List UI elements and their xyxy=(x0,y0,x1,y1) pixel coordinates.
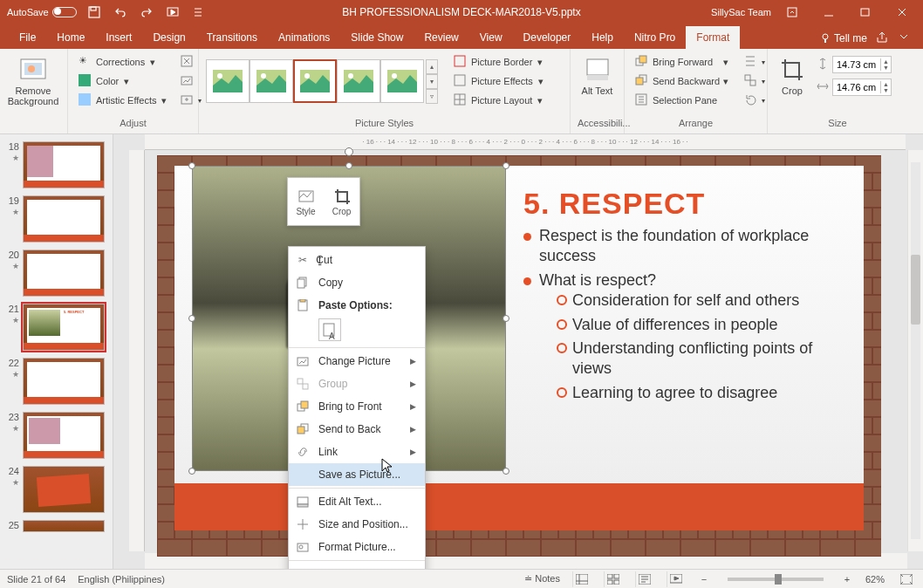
rotate-icon[interactable]: ▾ xyxy=(741,91,769,110)
height-input[interactable]: ▲▼ xyxy=(832,56,892,73)
share-icon[interactable] xyxy=(876,31,890,45)
slide-sorter-icon[interactable] xyxy=(604,571,623,587)
rotate-handle[interactable] xyxy=(345,147,353,156)
color-button[interactable]: Color▾ xyxy=(75,72,170,91)
tab-design[interactable]: Design xyxy=(142,26,195,49)
zoom-in-button[interactable]: + xyxy=(841,574,853,585)
mini-crop-button[interactable]: Crop xyxy=(324,178,359,225)
undo-icon[interactable] xyxy=(112,3,129,21)
zoom-out-button[interactable]: − xyxy=(698,574,710,585)
tab-home[interactable]: Home xyxy=(46,26,95,49)
tab-insert[interactable]: Insert xyxy=(95,26,142,49)
tab-file[interactable]: File xyxy=(9,26,46,49)
ctx-save-as-picture[interactable]: Save as Picture... xyxy=(289,463,425,486)
save-icon[interactable] xyxy=(85,3,103,21)
tab-animations[interactable]: Animations xyxy=(268,26,340,49)
zoom-level[interactable]: 62% xyxy=(865,574,885,585)
slide-footer-bar xyxy=(174,483,864,530)
resize-handle[interactable] xyxy=(345,162,352,169)
tab-view[interactable]: View xyxy=(469,26,513,49)
thumb-21[interactable]: 21★5. RESPECT xyxy=(0,300,113,354)
ctx-bring-to-front[interactable]: Bring to Front▶ xyxy=(289,395,425,418)
tab-developer[interactable]: Developer xyxy=(513,26,582,49)
send-backward-button[interactable]: Send Backward▾ xyxy=(632,72,732,91)
tab-nitro[interactable]: Nitro Pro xyxy=(624,26,686,49)
maximize-icon[interactable] xyxy=(850,2,881,23)
slide-counter[interactable]: Slide 21 of 64 xyxy=(7,574,65,585)
autosave-toggle[interactable]: AutoSave xyxy=(7,7,77,17)
picture-style-4[interactable] xyxy=(337,59,380,103)
ctx-cut[interactable]: ✂t Cut xyxy=(289,249,425,271)
remove-background-button[interactable]: Remove Background xyxy=(7,52,59,106)
ctx-paste-label: Paste Options: xyxy=(289,294,425,317)
tab-help[interactable]: Help xyxy=(581,26,624,49)
slide-canvas[interactable]: 5. RESPECT Respect is the foundation of … xyxy=(157,155,881,557)
crop-button[interactable]: Crop xyxy=(775,52,810,96)
chevron-down-icon[interactable] xyxy=(899,31,913,45)
artistic-effects-button[interactable]: Artistic Effects▾ xyxy=(75,91,170,110)
normal-view-icon[interactable] xyxy=(572,571,591,587)
align-icon[interactable]: ▾ xyxy=(741,52,769,72)
thumb-22[interactable]: 22★ xyxy=(0,354,113,408)
picture-style-5[interactable] xyxy=(380,59,424,103)
thumb-23[interactable]: 23★ xyxy=(0,408,113,462)
notes-button[interactable]: ≐ Notes xyxy=(524,573,560,585)
slide-text[interactable]: 5. RESPECT Respect is the foundation of … xyxy=(523,187,846,407)
resize-handle[interactable] xyxy=(188,315,195,322)
zoom-slider[interactable] xyxy=(728,578,824,581)
ctx-format-picture[interactable]: Format Picture... xyxy=(289,536,425,558)
fit-to-window-icon[interactable] xyxy=(897,571,916,587)
account-name[interactable]: SillySac Team xyxy=(711,7,771,17)
slide-title: 5. RESPECT xyxy=(523,187,846,221)
thumb-24[interactable]: 24★ xyxy=(0,462,113,516)
reading-view-icon[interactable] xyxy=(635,571,654,587)
ribbon-options-icon[interactable] xyxy=(776,2,808,23)
thumb-18[interactable]: 18★ xyxy=(0,138,113,192)
resize-handle[interactable] xyxy=(503,468,509,475)
picture-effects-button[interactable]: Picture Effects▾ xyxy=(450,72,547,91)
group-icon[interactable]: ▾ xyxy=(741,72,769,91)
vertical-scrollbar[interactable] xyxy=(907,150,923,551)
width-input[interactable]: ▲▼ xyxy=(832,79,892,96)
tab-transitions[interactable]: Transitions xyxy=(196,26,268,49)
picture-layout-button[interactable]: Picture Layout▾ xyxy=(450,91,547,110)
picture-style-2[interactable] xyxy=(250,59,293,103)
style-gallery-nav[interactable]: ▴▾▿ xyxy=(426,59,438,104)
ctx-link[interactable]: Link▶ xyxy=(289,441,425,463)
paste-keep-text-icon[interactable]: A xyxy=(318,318,341,341)
tell-me-search[interactable]: Tell me xyxy=(820,32,867,44)
tab-format[interactable]: Format xyxy=(686,26,740,49)
slideshow-view-icon[interactable] xyxy=(667,571,686,587)
picture-border-button[interactable]: Picture Border▾ xyxy=(450,52,547,72)
picture-style-3[interactable] xyxy=(293,59,337,103)
svg-rect-25 xyxy=(455,56,465,66)
corrections-button[interactable]: ☀Corrections▾ xyxy=(75,52,170,72)
resize-handle[interactable] xyxy=(188,468,195,475)
ctx-copy[interactable]: Copy xyxy=(289,271,425,294)
thumb-20[interactable]: 20★ xyxy=(0,246,113,300)
resize-handle[interactable] xyxy=(503,315,509,322)
list-dropdown-icon[interactable] xyxy=(190,3,208,21)
redo-icon[interactable] xyxy=(138,3,155,21)
language-indicator[interactable]: English (Philippines) xyxy=(78,574,165,585)
start-from-beginning-icon[interactable] xyxy=(164,3,181,21)
tab-review[interactable]: Review xyxy=(414,26,468,49)
alt-text-button[interactable]: Alt Text xyxy=(578,52,617,96)
minimize-icon[interactable] xyxy=(813,2,844,23)
mini-style-button[interactable]: Style xyxy=(288,178,324,225)
thumb-25[interactable]: 25 xyxy=(0,516,113,536)
ctx-change-picture[interactable]: Change Picture▶ xyxy=(289,350,425,373)
ctx-edit-alt-text[interactable]: Edit Alt Text... xyxy=(289,490,425,513)
bring-forward-button[interactable]: Bring Forward▾ xyxy=(632,52,732,72)
svg-rect-4 xyxy=(861,9,869,16)
thumb-19[interactable]: 19★ xyxy=(0,192,113,246)
svg-rect-33 xyxy=(636,78,643,85)
resize-handle[interactable] xyxy=(188,162,195,169)
ctx-size-position[interactable]: Size and Position... xyxy=(289,513,425,536)
resize-handle[interactable] xyxy=(503,162,509,169)
ctx-send-to-back[interactable]: Send to Back▶ xyxy=(289,418,425,441)
selection-pane-button[interactable]: Selection Pane xyxy=(632,91,732,110)
close-icon[interactable] xyxy=(886,2,918,23)
picture-style-1[interactable] xyxy=(206,59,250,103)
tab-slideshow[interactable]: Slide Show xyxy=(340,26,414,49)
